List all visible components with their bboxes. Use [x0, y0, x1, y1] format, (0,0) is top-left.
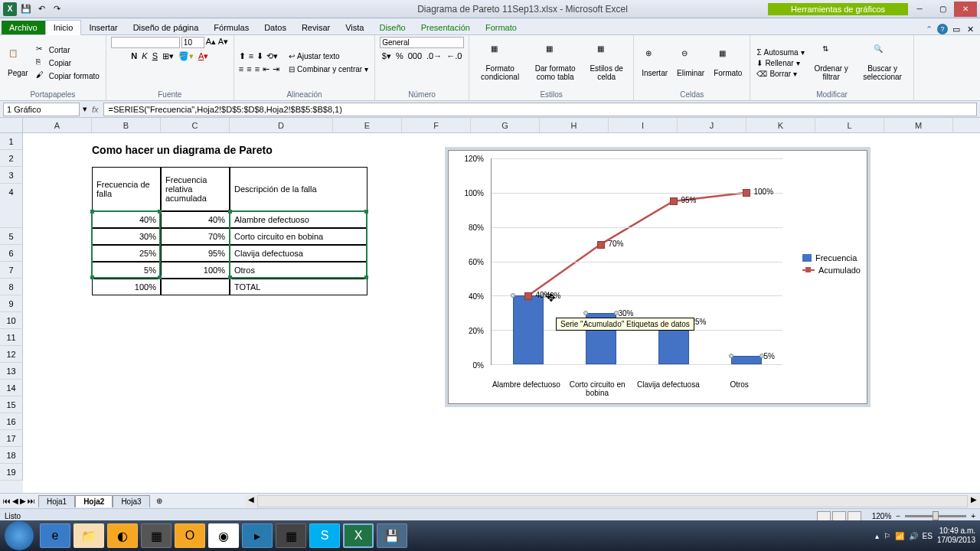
grow-font-icon[interactable]: A▴	[206, 37, 217, 47]
insert-cells-button[interactable]: ⊕Insertar	[639, 47, 671, 79]
percent-icon[interactable]: %	[396, 51, 403, 61]
border-button[interactable]: ⊞▾	[162, 51, 174, 61]
table-cell[interactable]: 30%	[92, 228, 161, 245]
sheet-tab-hoja2[interactable]: Hoja2	[75, 495, 113, 507]
currency-icon[interactable]: $▾	[382, 51, 391, 61]
table-cell[interactable]: 70%	[161, 228, 230, 245]
col-header[interactable]: G	[471, 118, 540, 132]
zoom-out-button[interactable]: −	[896, 512, 900, 520]
merge-center-button[interactable]: ⊟Combinar y centrar▾	[287, 64, 370, 74]
paste-button[interactable]: 📋 Pegar	[5, 47, 31, 79]
workbook-close-icon[interactable]: ✕	[965, 24, 975, 34]
tab-revisar[interactable]: Revisar	[294, 21, 338, 34]
col-header[interactable]: J	[678, 118, 746, 132]
task-app-icon[interactable]: ▸	[242, 523, 273, 548]
row-header[interactable]: 18	[0, 447, 23, 464]
number-format-combo[interactable]	[380, 37, 464, 48]
row-header[interactable]: 14	[0, 380, 23, 396]
task-app-icon[interactable]: 💾	[377, 523, 407, 548]
col-header[interactable]: L	[815, 118, 884, 132]
orientation-icon[interactable]: ⟲▾	[266, 51, 278, 61]
font-color-button[interactable]: A▾	[198, 51, 208, 61]
col-header[interactable]: B	[92, 118, 161, 132]
tab-formato[interactable]: Formato	[478, 21, 524, 34]
chart-plot-area[interactable]: 40%40%30%70%25%95%5%100%	[491, 158, 782, 365]
table-cell[interactable]: Clavija defectuosa	[230, 245, 368, 262]
cell-styles-button[interactable]: ▦Estilos de celda	[584, 43, 629, 83]
align-top-icon[interactable]: ⬆	[239, 51, 246, 61]
table-cell[interactable]: 25%	[92, 245, 161, 262]
chart-legend[interactable]: Frecuencia Acumulado	[802, 250, 861, 278]
table-cell[interactable]: Alambre defectuoso	[230, 211, 368, 228]
task-outlook-icon[interactable]: O	[175, 523, 205, 548]
table-cell[interactable]: Otros	[230, 262, 368, 279]
undo-icon[interactable]: ↶	[35, 3, 47, 15]
task-excel-icon[interactable]: X	[343, 523, 374, 548]
tray-up-icon[interactable]: ▴	[875, 532, 879, 540]
conditional-format-button[interactable]: ▦Formato condicional	[474, 43, 526, 83]
fill-button[interactable]: ⬇Rellenar▾	[755, 58, 805, 68]
sheet-nav-last-icon[interactable]: ⏭	[28, 497, 35, 505]
tab-diseno[interactable]: Diseño	[371, 21, 413, 34]
chart-line-marker[interactable]	[524, 292, 532, 300]
system-tray[interactable]: ▴ ⚐ 📶 🔊 ES 10:49 a.m. 17/09/2013	[875, 527, 975, 545]
row-header[interactable]: 4	[0, 184, 23, 228]
decrease-decimal-icon[interactable]: ←.0	[446, 51, 462, 61]
tray-volume-icon[interactable]: 🔊	[909, 532, 918, 540]
task-app-icon[interactable]: ▦	[276, 523, 306, 548]
zoom-slider[interactable]	[905, 515, 966, 517]
sheet-tab-hoja3[interactable]: Hoja3	[113, 495, 149, 507]
table-cell[interactable]: 100%	[92, 279, 161, 295]
increase-decimal-icon[interactable]: .0→	[426, 51, 442, 61]
sheet-nav-next-icon[interactable]: ▶	[20, 497, 26, 505]
format-table-button[interactable]: ▦Dar formato como tabla	[529, 43, 581, 83]
table-cell[interactable]: 40%	[161, 211, 230, 228]
sort-filter-button[interactable]: ⇅Ordenar y filtrar	[809, 43, 854, 83]
row-header[interactable]: 5	[0, 228, 23, 245]
shrink-font-icon[interactable]: A▾	[218, 37, 229, 47]
table-cell[interactable]: 100%	[161, 262, 230, 279]
copy-button[interactable]: ⎘Copiar	[34, 57, 101, 69]
chart-bar[interactable]	[731, 356, 762, 364]
col-header[interactable]: A	[23, 118, 92, 132]
tab-diseno-pagina[interactable]: Diseño de página	[126, 21, 207, 34]
tab-presentacion[interactable]: Presentación	[413, 21, 478, 34]
sheet-tab-hoja1[interactable]: Hoja1	[38, 495, 75, 507]
table-cell[interactable]: Corto circuito en bobina	[230, 228, 368, 245]
select-all-corner[interactable]	[0, 118, 23, 132]
col-header[interactable]: C	[161, 118, 230, 132]
clear-button[interactable]: ⌫Borrar▾	[755, 69, 805, 79]
row-header[interactable]: 12	[0, 346, 23, 363]
help-icon[interactable]: ?	[937, 24, 948, 34]
minimize-ribbon-icon[interactable]: ⌃	[923, 24, 934, 34]
task-explorer-icon[interactable]: 📁	[74, 523, 104, 548]
start-button[interactable]	[5, 521, 34, 550]
row-header[interactable]: 1	[0, 133, 23, 150]
tray-clock[interactable]: 10:49 a.m. 17/09/2013	[937, 527, 975, 545]
align-left-icon[interactable]: ≡	[239, 64, 243, 74]
comma-icon[interactable]: 000	[408, 51, 422, 61]
tab-formulas[interactable]: Fórmulas	[206, 21, 256, 34]
tab-vista[interactable]: Vista	[338, 21, 371, 34]
indent-increase-icon[interactable]: ⇥	[273, 64, 279, 74]
name-box[interactable]	[3, 103, 80, 116]
fx-button[interactable]: fx	[87, 105, 103, 114]
row-header[interactable]: 15	[0, 396, 23, 413]
align-middle-icon[interactable]: ≡	[249, 51, 253, 61]
fill-color-button[interactable]: 🪣▾	[178, 51, 194, 61]
zoom-level[interactable]: 120%	[872, 512, 892, 520]
tray-flag-icon[interactable]: ⚐	[884, 532, 890, 540]
col-header[interactable]: H	[540, 118, 609, 132]
col-header[interactable]: I	[609, 118, 678, 132]
tray-lang[interactable]: ES	[923, 532, 933, 540]
chart-line-marker[interactable]	[743, 189, 750, 197]
col-header[interactable]: M	[884, 118, 953, 132]
indent-decrease-icon[interactable]: ⇤	[263, 64, 270, 74]
task-app-icon[interactable]: ◐	[107, 523, 138, 548]
row-header[interactable]: 19	[0, 464, 23, 481]
row-header[interactable]: 7	[0, 262, 23, 279]
cut-button[interactable]: ✂Cortar	[34, 44, 101, 56]
tab-inicio[interactable]: Inicio	[45, 20, 82, 35]
chart-object[interactable]: 0%20%40%60%80%100%120% 40%40%30%70%25%95…	[448, 150, 867, 404]
col-header[interactable]: E	[333, 118, 402, 132]
